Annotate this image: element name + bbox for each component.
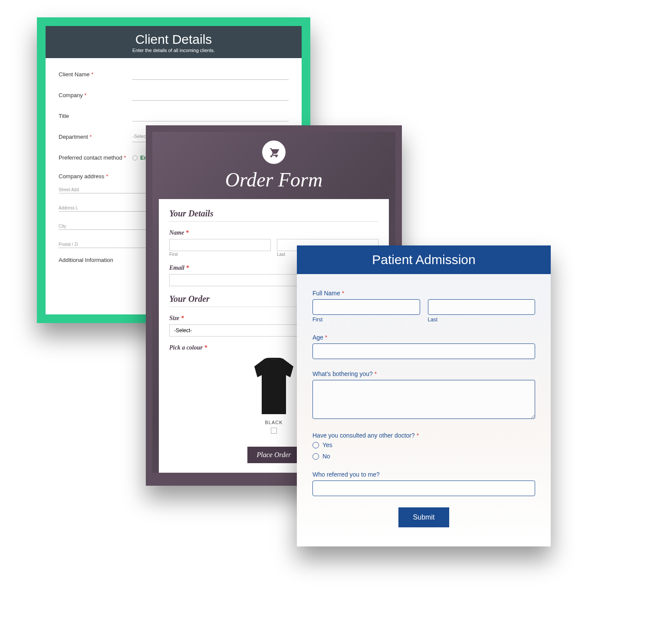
company-label: Company * (59, 92, 132, 101)
shirt-image (248, 356, 300, 416)
title-label: Title (59, 113, 132, 121)
form1-title: Client Details (50, 32, 297, 47)
form3-body: Full Name * First Last Age (297, 274, 551, 546)
patient-admission-form: Patient Admission Full Name * First Last (297, 245, 551, 546)
age-label: Age * (312, 334, 535, 341)
radio-icon (312, 453, 319, 460)
consulted-no-radio[interactable]: No (312, 453, 535, 460)
form2-header: Order Form (152, 132, 395, 199)
title-row: Title (59, 113, 289, 121)
client-name-row: Client Name * (59, 71, 289, 80)
first-sublabel: First (312, 317, 420, 323)
first-name-input[interactable] (312, 299, 420, 315)
company-input[interactable] (132, 92, 289, 101)
additional-info-label: Additional Information (59, 257, 132, 263)
referred-input[interactable] (312, 481, 535, 496)
yes-label: Yes (322, 441, 332, 448)
cart-icon (262, 141, 286, 164)
bothering-textarea[interactable] (312, 380, 535, 419)
form1-header: Client Details Enter the details of all … (46, 26, 302, 58)
department-label: Department * (59, 134, 132, 142)
client-name-label: Client Name * (59, 71, 132, 80)
your-details-heading: Your Details (169, 209, 378, 222)
company-address-label: Company address * (59, 173, 132, 180)
submit-button[interactable]: Submit (398, 507, 450, 527)
consulted-label: Have you consulted any other doctor? * (312, 432, 535, 439)
consulted-yes-radio[interactable]: Yes (312, 441, 535, 448)
form3-panel: Patient Admission Full Name * First Last (297, 245, 551, 546)
age-input[interactable] (312, 343, 535, 359)
first-sublabel: First (169, 252, 271, 257)
product-checkbox[interactable] (271, 428, 277, 434)
client-name-input[interactable] (132, 71, 289, 80)
form3-title: Patient Admission (297, 245, 551, 274)
place-order-button[interactable]: Place Order (247, 447, 301, 463)
form2-title: Order Form (157, 168, 391, 191)
radio-icon (132, 155, 138, 160)
last-name-input[interactable] (428, 299, 536, 315)
radio-icon (312, 442, 319, 448)
title-input[interactable] (132, 113, 289, 121)
first-name-input[interactable] (169, 239, 271, 251)
form1-subtitle: Enter the details of all incoming client… (50, 48, 297, 53)
contact-method-label: Preferred contact method * (59, 154, 132, 161)
full-name-label: Full Name * (312, 290, 535, 297)
company-row: Company * (59, 92, 289, 101)
name-label: Name * (169, 229, 378, 236)
referred-label: Who referred you to me? (312, 471, 535, 478)
last-sublabel: Last (428, 317, 536, 323)
no-label: No (322, 453, 330, 460)
